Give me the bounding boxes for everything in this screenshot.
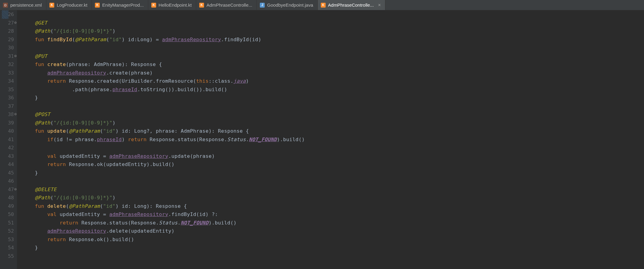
tab-label: LogProducer.kt [57, 2, 87, 8]
code-line[interactable]: @GET [22, 19, 305, 27]
line-number: 36 [2, 94, 14, 102]
tab-helloendpoint[interactable]: HelloEndpoint.kt [148, 0, 196, 10]
code-line[interactable]: admPhraseRepository.create(phrase) [22, 69, 305, 77]
line-number: 55 [2, 252, 14, 261]
tab-label: AdmPhraseControlle... [206, 2, 252, 8]
line-number: 49 [2, 202, 14, 211]
line-number: 31 [2, 52, 14, 61]
code-line[interactable]: .path(phrase.phraseId.toString()).build(… [22, 85, 305, 94]
code-line[interactable]: @Path("/{id:[0-9][0-9]*}") [22, 27, 305, 35]
line-number: 50 [2, 210, 14, 219]
line-number: 37 [2, 102, 14, 111]
code-line[interactable] [22, 44, 305, 52]
tab-entitymanagerprod[interactable]: EnityManagerProd... [92, 0, 148, 10]
tab-admphrasecontroller-2[interactable]: AdmPhraseControlle... × [318, 0, 385, 10]
line-number: 47 [2, 185, 14, 194]
code-line[interactable]: fun create(phrase: AdmPhrase): Response … [22, 60, 305, 69]
line-number: 38 [2, 110, 14, 119]
code-line[interactable]: fun update(@PathParam("id") id: Long?, p… [22, 127, 305, 135]
code-line[interactable]: @DELETE [22, 185, 305, 194]
line-number: 44 [2, 160, 14, 169]
code-line[interactable]: val updatedEntity = admPhraseRepository.… [22, 152, 305, 161]
fold-toggle-icon[interactable] [13, 55, 17, 58]
code-line[interactable] [22, 252, 305, 261]
line-number: 26 [2, 10, 14, 19]
code-line[interactable]: return Response.status(Response.Status.N… [22, 219, 305, 227]
tab-label: HelloEndpoint.kt [159, 2, 192, 8]
line-number: 48 [2, 194, 14, 202]
code-line[interactable]: return Response.ok(updatedEntity).build(… [22, 160, 305, 169]
code-line[interactable]: } [22, 169, 305, 177]
line-number: 54 [2, 244, 14, 252]
tab-label: persistence.xml [10, 2, 42, 8]
tab-persistence-xml[interactable]: ⟨⟩ persistence.xml [0, 0, 46, 10]
kotlin-file-icon [321, 3, 326, 8]
line-number: 32 [2, 60, 14, 69]
close-icon[interactable]: × [378, 3, 381, 8]
line-number: 53 [2, 235, 14, 244]
code-line[interactable]: if(id != phrase.phraseId) return Respons… [22, 135, 305, 144]
kotlin-file-icon [95, 3, 100, 8]
tab-label: GoodbyeEndpoint.java [267, 2, 313, 8]
kotlin-file-icon [151, 3, 156, 8]
line-number: 30 [2, 44, 14, 52]
line-number: 35 [2, 85, 14, 94]
code-line[interactable]: fun delete(@PathParam("id") id: Long): R… [22, 202, 305, 211]
code-line[interactable]: @PUT [22, 52, 305, 61]
code-line[interactable]: admPhraseRepository.delete(updatedEntity… [22, 227, 305, 235]
code-line[interactable]: val updatedEntity = admPhraseRepository.… [22, 210, 305, 219]
kotlin-file-icon [49, 3, 54, 8]
code-line[interactable] [22, 144, 305, 152]
fold-toggle-icon[interactable] [13, 188, 17, 191]
code-line[interactable]: } [22, 94, 305, 102]
line-number: 34 [2, 77, 14, 85]
tab-label: AdmPhraseControlle... [328, 2, 374, 8]
line-number: 51 [2, 219, 14, 227]
kotlin-file-icon [199, 3, 204, 8]
tab-logproducer[interactable]: LogProducer.kt [46, 0, 92, 10]
editor-tabs: ⟨⟩ persistence.xml LogProducer.kt EnityM… [0, 0, 644, 10]
code-content[interactable]: @GET @Path("/{id:[0-9][0-9]*}") fun find… [17, 10, 305, 269]
code-line[interactable] [22, 177, 305, 185]
line-number: 42 [2, 144, 14, 152]
line-number: 39 [2, 119, 14, 127]
java-file-icon [260, 3, 265, 8]
line-number: 52 [2, 227, 14, 235]
code-line[interactable]: return Response.ok().build() [22, 235, 305, 244]
code-line[interactable]: } [22, 244, 305, 252]
line-number: 29 [2, 35, 14, 44]
tab-goodbyeendpoint[interactable]: GoodbyeEndpoint.java [257, 0, 318, 10]
code-editor[interactable]: 2627282930313233343536373839404142434445… [0, 10, 644, 269]
tab-admphrasecontroller-1[interactable]: AdmPhraseControlle... [196, 0, 257, 10]
line-number: 27 [2, 19, 14, 27]
code-line[interactable]: @POST [22, 110, 305, 119]
code-line[interactable]: @Path("/{id:[0-9][0-9]*}") [22, 194, 305, 202]
code-line[interactable]: return Response.created(UriBuilder.fromR… [22, 77, 305, 85]
line-number: 40 [2, 127, 14, 135]
code-line[interactable] [22, 10, 305, 19]
line-number: 46 [2, 177, 14, 185]
fold-toggle-icon[interactable] [13, 113, 17, 116]
line-number: 28 [2, 27, 14, 35]
tab-label: EnityManagerProd... [102, 2, 144, 8]
code-line[interactable] [22, 102, 305, 111]
xml-file-icon: ⟨⟩ [3, 3, 8, 8]
code-line[interactable]: @Path("/{id:[0-9][0-9]*}") [22, 119, 305, 127]
fold-toggle-icon[interactable] [13, 21, 17, 25]
line-number: 33 [2, 69, 14, 77]
line-number: 41 [2, 135, 14, 144]
line-number: 45 [2, 169, 14, 177]
line-number-gutter: 2627282930313233343536373839404142434445… [0, 10, 17, 269]
line-number: 43 [2, 152, 14, 161]
code-line[interactable]: fun findById(@PathParam("id") id:Long) =… [22, 35, 305, 44]
